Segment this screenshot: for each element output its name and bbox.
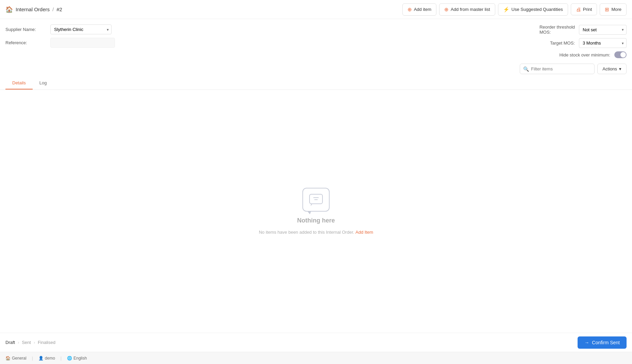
target-mos-row: Target MOS: 3 Months ▾ [550, 38, 627, 48]
actions-button[interactable]: Actions ▾ [597, 64, 627, 74]
confirm-sent-button[interactable]: → Confirm Sent [578, 336, 627, 349]
confirm-arrow-icon: → [584, 340, 589, 345]
more-icon: ⊞ [605, 6, 609, 13]
bottom-language: 🌐 English [67, 356, 87, 361]
use-suggested-button[interactable]: ⚡ Use Suggested Quantities [498, 3, 568, 16]
main-content: Nothing here No items have been added to… [0, 90, 632, 333]
status-draft: Draft [5, 340, 15, 345]
hide-stock-row: Hide stock over minimum: [559, 51, 627, 58]
language-icon: 🌐 [67, 356, 72, 361]
add-item-link[interactable]: Add Item [355, 230, 373, 235]
supplier-select[interactable]: Slytherin Clinic [50, 24, 112, 34]
add-from-master-button[interactable]: ⊕ Add from master list [439, 3, 495, 16]
supplier-select-wrapper: Slytherin Clinic ▾ [50, 24, 112, 34]
bottom-user: 👤 demo [38, 356, 55, 361]
filter-bar: 🔍 Actions ▾ [0, 61, 632, 77]
breadcrumb-current: #2 [56, 6, 62, 12]
breadcrumb-separator: / [52, 6, 54, 12]
breadcrumb-parent[interactable]: Internal Orders [16, 6, 50, 12]
page-footer: Draft › Sent › Finalised → Confirm Sent [0, 333, 632, 352]
internal-orders-icon: 🏠 [5, 6, 13, 13]
form-left: Supplier Name: Slytherin Clinic ▾ Refere… [5, 24, 115, 48]
header-actions: ⊕ Add item ⊕ Add from master list ⚡ Use … [402, 3, 627, 16]
user-label: demo [45, 356, 55, 361]
filter-input-wrapper: 🔍 [520, 64, 595, 74]
more-label: More [611, 7, 621, 12]
status-sep-2: › [34, 340, 35, 345]
reorder-row: Reorder threshold MOS: Not set ▾ [539, 24, 627, 35]
bottom-sep-1: | [32, 356, 33, 361]
confirm-sent-label: Confirm Sent [592, 340, 620, 345]
tab-details[interactable]: Details [5, 77, 33, 89]
use-suggested-icon: ⚡ [503, 6, 510, 13]
target-mos-select-wrapper: 3 Months ▾ [579, 38, 627, 48]
reference-label: Reference: [5, 40, 46, 45]
svg-rect-0 [310, 194, 322, 204]
language-label: English [73, 356, 87, 361]
empty-description: No items have been added to this Interna… [259, 230, 373, 235]
add-item-icon: ⊕ [408, 6, 412, 13]
home-icon: 🏠 [5, 356, 11, 361]
add-item-label: Add item [414, 7, 431, 12]
status-sent: Sent [22, 340, 31, 345]
empty-state-icon [302, 188, 330, 212]
target-mos-label: Target MOS: [550, 40, 575, 46]
reference-input[interactable] [50, 38, 115, 48]
tab-log[interactable]: Log [33, 77, 54, 89]
page-header: 🏠 Internal Orders / #2 ⊕ Add item ⊕ Add … [0, 0, 632, 19]
print-icon: 🖨 [576, 6, 581, 12]
right-panel: Reorder threshold MOS: Not set ▾ Target … [539, 24, 627, 58]
search-icon: 🔍 [523, 66, 529, 72]
form-area: Supplier Name: Slytherin Clinic ▾ Refere… [0, 19, 632, 61]
target-mos-select[interactable]: 3 Months [579, 38, 627, 48]
use-suggested-label: Use Suggested Quantities [512, 7, 563, 12]
add-from-master-label: Add from master list [451, 7, 490, 12]
print-label: Print [583, 7, 592, 12]
breadcrumb: 🏠 Internal Orders / #2 [5, 6, 62, 13]
more-button[interactable]: ⊞ More [600, 3, 627, 16]
toggle-knob [620, 52, 626, 57]
filter-input[interactable] [520, 64, 595, 74]
empty-title: Nothing here [297, 217, 335, 224]
supplier-row: Supplier Name: Slytherin Clinic ▾ [5, 24, 115, 34]
add-item-button[interactable]: ⊕ Add item [402, 3, 436, 16]
actions-label: Actions [602, 66, 617, 71]
reference-row: Reference: [5, 38, 115, 48]
tabs: Details Log [0, 77, 632, 90]
general-label: General [12, 356, 27, 361]
bottom-sep-2: | [61, 356, 62, 361]
status-sep-1: › [18, 340, 19, 345]
print-button[interactable]: 🖨 Print [571, 3, 597, 15]
hide-stock-toggle[interactable] [614, 51, 627, 58]
bottom-bar: 🏠 General | 👤 demo | 🌐 English [0, 352, 632, 364]
bottom-general: 🏠 General [5, 356, 27, 361]
status-breadcrumb: Draft › Sent › Finalised [5, 340, 55, 345]
status-finalised: Finalised [38, 340, 55, 345]
user-icon: 👤 [38, 356, 44, 361]
reorder-select-wrapper: Not set ▾ [579, 25, 627, 35]
hide-stock-label: Hide stock over minimum: [559, 52, 610, 57]
actions-chevron-icon: ▾ [619, 66, 621, 71]
reorder-label: Reorder threshold MOS: [539, 24, 575, 35]
supplier-label: Supplier Name: [5, 27, 46, 32]
reorder-select[interactable]: Not set [579, 25, 627, 35]
add-from-master-icon: ⊕ [444, 6, 449, 13]
